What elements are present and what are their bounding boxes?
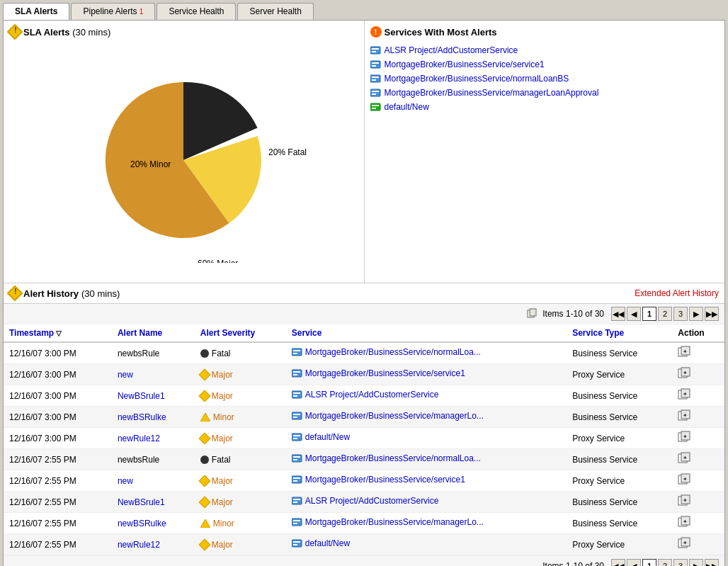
action-icon[interactable]: ✦ (678, 367, 692, 380)
services-header-text: Services With Most Alerts (385, 27, 497, 38)
page-2-btn-bottom[interactable]: 2 (658, 559, 672, 566)
warning-icon (7, 24, 23, 40)
alert-name-sort-link[interactable]: Alert Name (118, 328, 162, 338)
action-icon[interactable]: ✦ (678, 494, 692, 507)
svg-rect-38 (293, 417, 297, 418)
service-table-link[interactable]: MortgageBroker/BusinessService/normalLoa… (305, 347, 481, 357)
cell-alert-name: newbsRule (112, 449, 195, 470)
alert-name-link[interactable]: newBSRulke (118, 412, 166, 422)
alert-name-link[interactable]: NewBSrule1 (118, 391, 165, 401)
service-table-link[interactable]: MortgageBroker/BusinessService/service1 (305, 475, 465, 485)
severity-link[interactable]: Major (212, 370, 233, 380)
tab-pipeline-alerts[interactable]: Pipeline Alerts 1 (71, 3, 155, 20)
alert-name-link[interactable]: newRule12 (118, 434, 160, 443)
page-3-btn-bottom[interactable]: 3 (673, 559, 688, 566)
severity-link[interactable]: Major (212, 476, 233, 486)
action-icon[interactable]: ✦ (678, 409, 692, 422)
severity-link[interactable]: Major (212, 497, 233, 507)
major-icon (198, 496, 210, 508)
cell-service-type: Proxy Service (567, 428, 672, 449)
svg-rect-73 (292, 540, 302, 547)
cell-service: default/New (286, 428, 567, 449)
page-3-btn-top[interactable]: 3 (673, 307, 688, 321)
alert-name-link[interactable]: newBSRulke (118, 519, 166, 528)
action-icon[interactable]: ✦ (678, 452, 692, 465)
severity-sort-link[interactable]: Alert Severity (200, 328, 255, 338)
severity-link[interactable]: Major (212, 540, 233, 550)
page-2-btn-top[interactable]: 2 (658, 307, 672, 321)
service-type-sort-link[interactable]: Service Type (572, 328, 624, 338)
service-table-link[interactable]: ALSR Project/AddCustomerService (305, 496, 439, 506)
service-table-link[interactable]: MortgageBroker/BusinessService/service1 (305, 368, 465, 378)
service-table-link[interactable]: ALSR Project/AddCustomerService (305, 390, 439, 400)
cell-alert-name: NewBSrule1 (112, 385, 195, 407)
action-icon[interactable]: ✦ (678, 346, 692, 358)
alert-name-link[interactable]: new (118, 476, 133, 486)
cell-severity: Major (195, 428, 286, 449)
severity-link[interactable]: Major (212, 434, 233, 443)
extended-alert-link[interactable]: Extended Alert History (635, 288, 719, 298)
service-icon-4 (370, 102, 382, 112)
severity-link[interactable]: Major (212, 391, 233, 401)
cell-action: ✦ (672, 364, 724, 385)
tab-sla-alerts[interactable]: SLA Alerts (3, 3, 69, 20)
svg-rect-25 (293, 374, 297, 375)
severity-cell: Major (200, 434, 280, 443)
service-link-0[interactable]: ALSR Project/AddCustomerService (385, 45, 518, 55)
action-icon[interactable]: ✦ (678, 473, 692, 486)
tab-server-health[interactable]: Server Health (237, 3, 313, 20)
page-1-btn-top[interactable]: 1 (642, 307, 656, 321)
svg-rect-29 (292, 391, 302, 398)
service-icon-1 (370, 60, 382, 69)
tab-service-health[interactable]: Service Health (157, 3, 236, 20)
service-table-link[interactable]: MortgageBroker/BusinessService/managerLo… (305, 517, 484, 527)
service-table-link[interactable]: default/New (305, 432, 350, 442)
service-table-link[interactable]: MortgageBroker/BusinessService/normalLoa… (305, 453, 481, 463)
action-icon[interactable]: ✦ (678, 516, 692, 528)
cell-service-type: Business Service (567, 385, 672, 407)
svc-tbl-icon (292, 411, 303, 421)
severity-label: Fatal (212, 455, 231, 465)
alert-name-link[interactable]: NewBSrule1 (118, 497, 165, 507)
alert-name-link[interactable]: newRule12 (118, 540, 160, 550)
first-page-btn-bottom[interactable]: ◀◀ (611, 559, 625, 566)
last-page-btn-bottom[interactable]: ▶▶ (705, 559, 719, 566)
timestamp-sort-link[interactable]: Timestamp (9, 328, 54, 338)
prev-page-btn-top[interactable]: ◀ (627, 307, 641, 321)
last-page-btn-top[interactable]: ▶▶ (705, 307, 719, 321)
cell-severity: Fatal (195, 449, 286, 470)
cell-action: ✦ (672, 428, 724, 449)
cell-alert-name: newBSRulke (112, 513, 195, 534)
page-1-btn-bottom[interactable]: 1 (642, 559, 656, 566)
action-icon[interactable]: ✦ (678, 388, 692, 401)
cell-action: ✦ (672, 385, 724, 407)
action-icon[interactable]: ✦ (678, 431, 692, 443)
svc-tbl-icon (292, 432, 303, 442)
next-page-btn-top[interactable]: ▶ (689, 307, 703, 321)
cell-service-type: Business Service (567, 342, 672, 364)
service-icon-2 (370, 74, 382, 84)
severity-link[interactable]: Minor (213, 519, 234, 528)
service-link-4[interactable]: default/New (385, 102, 429, 112)
svg-text:✦: ✦ (683, 497, 688, 504)
service-table-link[interactable]: default/New (305, 538, 350, 548)
cell-service-type: Proxy Service (567, 364, 672, 385)
alert-warning-icon (7, 285, 23, 302)
list-item: MortgageBroker/BusinessService/service1 (370, 57, 720, 72)
service-link-2[interactable]: MortgageBroker/BusinessService/normalLoa… (385, 74, 569, 84)
cell-severity: Major (195, 534, 286, 555)
prev-page-btn-bottom[interactable]: ◀ (627, 559, 641, 566)
first-page-btn-top[interactable]: ◀◀ (611, 307, 625, 321)
severity-link[interactable]: Minor (213, 412, 234, 422)
action-icon[interactable]: ✦ (678, 537, 692, 550)
alert-name-link[interactable]: new (118, 370, 133, 380)
severity-cell: Major (200, 540, 280, 550)
cell-service-type: Business Service (567, 492, 672, 513)
svg-rect-16 (530, 309, 536, 316)
service-link-3[interactable]: MortgageBroker/BusinessService/managerLo… (385, 88, 599, 98)
service-table-link[interactable]: MortgageBroker/BusinessService/managerLo… (305, 411, 484, 421)
next-page-btn-bottom[interactable]: ▶ (689, 559, 703, 566)
service-sort-link[interactable]: Service (292, 328, 322, 338)
service-link-1[interactable]: MortgageBroker/BusinessService/service1 (385, 60, 545, 69)
svc-tbl-icon (292, 453, 303, 463)
